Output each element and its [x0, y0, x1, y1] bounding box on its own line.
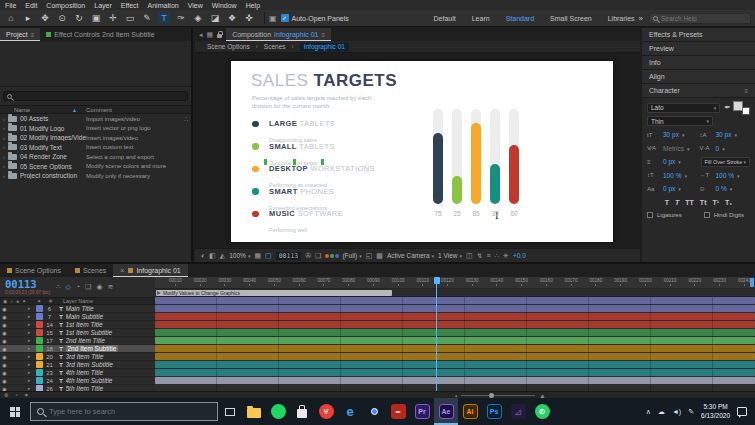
- expand-chevron-icon[interactable]: ›: [0, 144, 8, 150]
- eye-icon[interactable]: ◉: [0, 354, 9, 360]
- zoom-slider-knob[interactable]: [489, 393, 494, 398]
- eye-icon[interactable]: ◉: [0, 346, 9, 352]
- menu-item[interactable]: Effect: [121, 2, 139, 9]
- layer-track-bar[interactable]: [155, 329, 755, 336]
- workspace-tab[interactable]: Libraries: [608, 15, 635, 22]
- layer-row[interactable]: ◉ ▸ 23 T 4th Item Title: [0, 369, 155, 377]
- whatsapp[interactable]: ✆: [530, 398, 554, 425]
- column-comment[interactable]: Comment: [86, 107, 112, 113]
- exposure-value[interactable]: +0.0: [513, 252, 526, 259]
- eye-icon[interactable]: ◉: [0, 370, 9, 376]
- stroke-width-value[interactable]: 0 px: [663, 158, 681, 165]
- file-explorer[interactable]: [242, 398, 266, 425]
- stroke-swatch[interactable]: [742, 107, 750, 115]
- task-view-button[interactable]: [218, 398, 242, 425]
- workspace-overflow-icon[interactable]: »: [639, 14, 643, 23]
- audio-column-icon[interactable]: ♪: [10, 298, 13, 304]
- project-row[interactable]: › 03 Modify Text Insert custom text: [0, 143, 191, 153]
- panel-grid-icon[interactable]: ▦: [207, 31, 214, 39]
- project-search-input[interactable]: [15, 93, 175, 99]
- eye-icon[interactable]: ◉: [0, 338, 9, 344]
- checkbox-checked-icon[interactable]: ✓: [281, 14, 289, 22]
- menu-item[interactable]: Animation: [148, 2, 179, 9]
- expand-chevron-icon[interactable]: ▸: [28, 370, 36, 375]
- taskbar-search-input[interactable]: [49, 407, 211, 416]
- comp-mini-flowchart-icon[interactable]: ∴: [56, 283, 60, 291]
- eye-icon[interactable]: ◉: [0, 362, 9, 368]
- taskbar-clock[interactable]: 5:30 PM 6/13/2020: [701, 403, 730, 421]
- fast-previews-icon[interactable]: ↯: [477, 252, 483, 260]
- layer-track-bar[interactable]: [155, 377, 755, 384]
- project-item-comment[interactable]: Select a comp and export: [86, 154, 191, 160]
- eye-icon[interactable]: ◉: [0, 314, 9, 320]
- layer-row[interactable]: ◉ ▸ 24 T 4th Item Subtitle: [0, 377, 155, 385]
- pen-settings-icon[interactable]: ✎: [688, 408, 694, 416]
- panel-header-character[interactable]: Character ≡: [642, 84, 755, 98]
- motion-blur-icon[interactable]: ◉: [96, 283, 102, 291]
- start-button[interactable]: [0, 398, 30, 425]
- expand-chevron-icon[interactable]: ▸: [28, 346, 36, 351]
- after-effects[interactable]: Ae: [434, 398, 458, 425]
- time-ruler[interactable]: 0001000020000300004000050000600007000080…: [155, 277, 755, 289]
- timeline-button-icon[interactable]: ≡: [487, 252, 491, 259]
- panel-header[interactable]: Preview: [642, 42, 755, 56]
- eye-icon[interactable]: ◉: [0, 322, 9, 328]
- project-item-name[interactable]: 00 Assets: [17, 115, 86, 122]
- composition-artboard[interactable]: SALES TARGETS Percentage of sales target…: [231, 61, 613, 242]
- menu-item[interactable]: Layer: [94, 2, 112, 9]
- solo-column-icon[interactable]: ●: [16, 298, 19, 304]
- menu-item[interactable]: Edit: [25, 2, 37, 9]
- project-row[interactable]: › 00 Assets Import images/video: [0, 114, 191, 124]
- store[interactable]: [290, 398, 314, 425]
- current-frame[interactable]: 00113: [276, 252, 302, 260]
- font-size-value[interactable]: 30 px: [663, 131, 684, 138]
- vivaldi[interactable]: V: [314, 398, 338, 425]
- expand-chevron-icon[interactable]: ▸: [28, 322, 36, 327]
- tab-composition[interactable]: Composition Infographic 01 ≡: [226, 28, 331, 41]
- chrome[interactable]: [362, 398, 386, 425]
- scroll-left-icon[interactable]: ◂: [199, 31, 203, 39]
- ligatures-checkbox[interactable]: [647, 212, 653, 218]
- layer-name[interactable]: 3rd Item Title: [66, 353, 156, 360]
- roi-icon[interactable]: ◱: [366, 252, 373, 260]
- shape-tool[interactable]: ▭: [124, 13, 136, 23]
- project-item-comment[interactable]: Insert vector or png logo: [86, 125, 191, 131]
- always-preview-icon[interactable]: ◐: [201, 252, 205, 259]
- leading-value[interactable]: 30 px: [716, 131, 737, 138]
- project-item-name[interactable]: Project construction: [17, 172, 86, 179]
- hide-shy-icon[interactable]: ◔: [76, 283, 80, 291]
- column-name[interactable]: Name: [0, 107, 72, 113]
- creative-cloud[interactable]: ∞: [386, 398, 410, 425]
- layer-track-bar[interactable]: [155, 313, 755, 320]
- workspace-tab[interactable]: Standard: [506, 15, 534, 22]
- project-item-name[interactable]: 04 Render Zone: [17, 153, 86, 160]
- layer-row[interactable]: ◉ ▸ 20 T 3rd Item Title: [0, 353, 155, 361]
- composition-marker[interactable]: Modify Values to Change Graphics: [156, 290, 392, 296]
- ruler-scroll-nub[interactable]: [750, 278, 754, 287]
- project-row[interactable]: › 02 Modify Images/Video Insert images/v…: [0, 133, 191, 143]
- eraser-tool[interactable]: ◪: [209, 13, 221, 23]
- project-row[interactable]: › 05 Scene Options Modify scene colors a…: [0, 162, 191, 172]
- expand-chevron-icon[interactable]: ›: [0, 116, 8, 122]
- layer-track-bar[interactable]: [155, 369, 755, 376]
- expand-chevron-icon[interactable]: ▸: [28, 330, 36, 335]
- photoshop[interactable]: Ps: [482, 398, 506, 425]
- show-snapshot-icon[interactable]: ❏: [315, 252, 321, 260]
- faux-style-button[interactable]: T₁: [725, 199, 732, 206]
- graph-editor-icon[interactable]: ≋: [107, 283, 113, 291]
- type-tool[interactable]: T: [158, 13, 170, 23]
- zoom-tool[interactable]: ⊙: [56, 13, 68, 23]
- roto-brush-tool[interactable]: ❖: [226, 13, 238, 23]
- viewer-canvas[interactable]: SALES TARGETS Percentage of sales target…: [195, 53, 640, 248]
- expand-chevron-icon[interactable]: ›: [0, 154, 8, 160]
- selection-tool[interactable]: ▸: [22, 13, 34, 23]
- menu-item[interactable]: Help: [246, 2, 260, 9]
- help-search-box[interactable]: [649, 13, 751, 24]
- grid-guides-icon[interactable]: ▦: [254, 252, 261, 260]
- eye-column-icon[interactable]: ◉: [3, 298, 7, 304]
- zoom-out-icon[interactable]: ▴: [455, 393, 457, 398]
- sort-ascending-icon[interactable]: ▲: [72, 107, 86, 113]
- faux-style-button[interactable]: T¹: [712, 199, 719, 206]
- layer-name[interactable]: 3rd Item Subtitle: [66, 361, 156, 368]
- workspace-tab[interactable]: Small Screen: [550, 15, 592, 22]
